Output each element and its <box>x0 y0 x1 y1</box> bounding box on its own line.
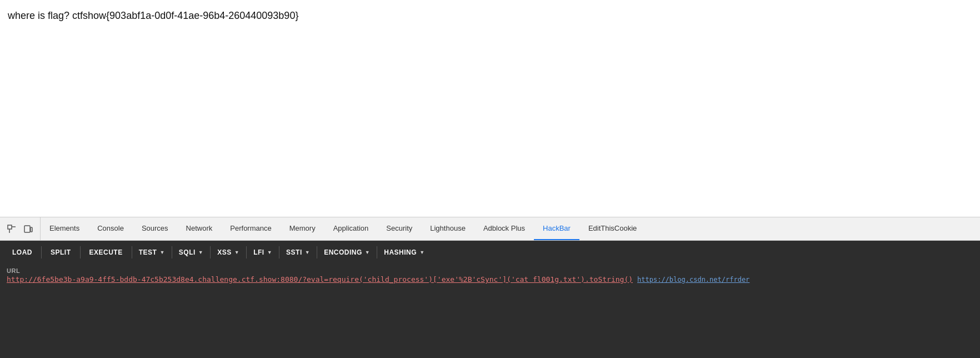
svg-rect-2 <box>31 227 32 232</box>
devtools-tabbar: Elements Console Sources Network Perform… <box>0 217 980 241</box>
separator-6 <box>246 246 247 258</box>
hackbar-split-button[interactable]: SPLIT <box>43 241 79 264</box>
tab-performance[interactable]: Performance <box>221 217 280 240</box>
tab-security[interactable]: Security <box>377 217 421 240</box>
url-suffix[interactable]: https://blog.csdn.net/rfrder <box>637 276 749 284</box>
separator-7 <box>279 246 279 258</box>
chevron-down-icon: ▼ <box>159 250 164 255</box>
tab-hackbar[interactable]: HackBar <box>534 217 579 240</box>
separator-5 <box>210 246 211 258</box>
devtools-tabs: Elements Console Sources Network Perform… <box>41 217 646 240</box>
hackbar-lfi-dropdown[interactable]: LFI ▼ <box>248 241 278 264</box>
separator-2 <box>80 246 81 258</box>
chevron-down-icon: ▼ <box>267 250 272 255</box>
hackbar-toolbar: LOAD SPLIT EXECUTE TEST ▼ SQLI ▼ XSS ▼ L… <box>0 241 980 264</box>
chevron-down-icon: ▼ <box>365 250 370 255</box>
tab-network[interactable]: Network <box>177 217 222 240</box>
svg-rect-1 <box>24 226 30 232</box>
hackbar-load-button[interactable]: LOAD <box>4 241 40 264</box>
tab-console[interactable]: Console <box>88 217 133 240</box>
separator-3 <box>132 246 132 258</box>
tab-sources[interactable]: Sources <box>133 217 177 240</box>
url-label: URL <box>7 267 973 274</box>
chevron-down-icon: ▼ <box>234 250 239 255</box>
tab-editthiscookie[interactable]: EditThisCookie <box>579 217 646 240</box>
devtools-icon-group <box>0 217 41 240</box>
hackbar-execute-button[interactable]: EXECUTE <box>82 241 131 264</box>
chevron-down-icon: ▼ <box>305 250 310 255</box>
svg-rect-0 <box>8 225 12 229</box>
separator-8 <box>317 246 317 258</box>
inspect-icon[interactable] <box>6 223 18 235</box>
page-flag-text: where is flag? ctfshow{903abf1a-0d0f-41a… <box>8 10 972 22</box>
tab-adblock-plus[interactable]: Adblock Plus <box>474 217 534 240</box>
hackbar-encoding-dropdown[interactable]: ENCODING ▼ <box>318 241 376 264</box>
chevron-down-icon: ▼ <box>419 250 424 255</box>
hackbar-sqli-dropdown[interactable]: SQLI ▼ <box>173 241 209 264</box>
device-icon[interactable] <box>22 223 34 235</box>
separator-9 <box>377 246 377 258</box>
chevron-down-icon: ▼ <box>198 250 203 255</box>
tab-elements[interactable]: Elements <box>41 217 88 240</box>
hackbar-ssti-dropdown[interactable]: SSTI ▼ <box>281 241 316 264</box>
devtools-panel: Elements Console Sources Network Perform… <box>0 217 980 358</box>
hackbar-test-dropdown[interactable]: TEST ▼ <box>133 241 171 264</box>
tab-application[interactable]: Application <box>324 217 378 240</box>
separator-1 <box>41 246 42 258</box>
hackbar-hashing-dropdown[interactable]: HASHING ▼ <box>378 241 430 264</box>
browser-content: where is flag? ctfshow{903abf1a-0d0f-41a… <box>0 0 980 217</box>
tab-lighthouse[interactable]: Lighthouse <box>421 217 474 240</box>
url-value[interactable]: http://6fe5be3b-a9a9-4ff5-bddb-47c5b253d… <box>7 275 633 284</box>
hackbar-url-section: URL http://6fe5be3b-a9a9-4ff5-bddb-47c5b… <box>0 264 980 358</box>
tab-memory[interactable]: Memory <box>281 217 324 240</box>
separator-4 <box>172 246 172 258</box>
hackbar-xss-dropdown[interactable]: XSS ▼ <box>212 241 245 264</box>
